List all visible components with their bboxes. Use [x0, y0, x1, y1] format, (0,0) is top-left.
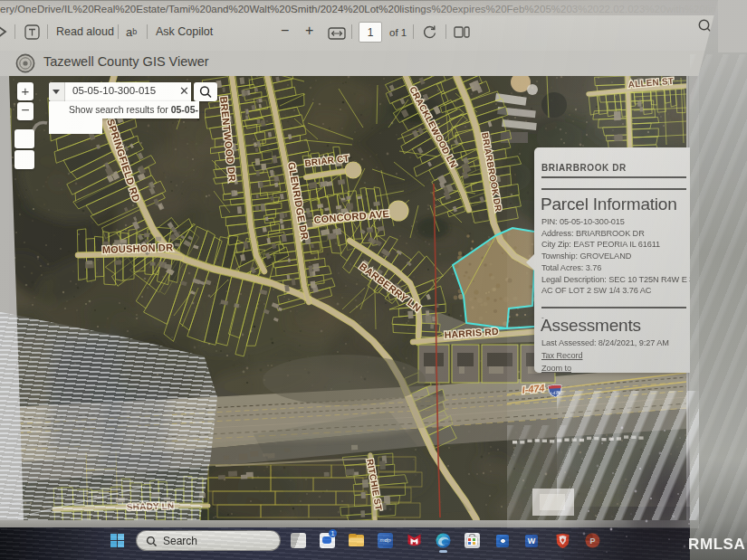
svg-text:P: P	[589, 536, 595, 546]
svg-text:SHADY LN: SHADY LN	[127, 500, 175, 512]
svg-text:I-474: I-474	[551, 390, 560, 395]
